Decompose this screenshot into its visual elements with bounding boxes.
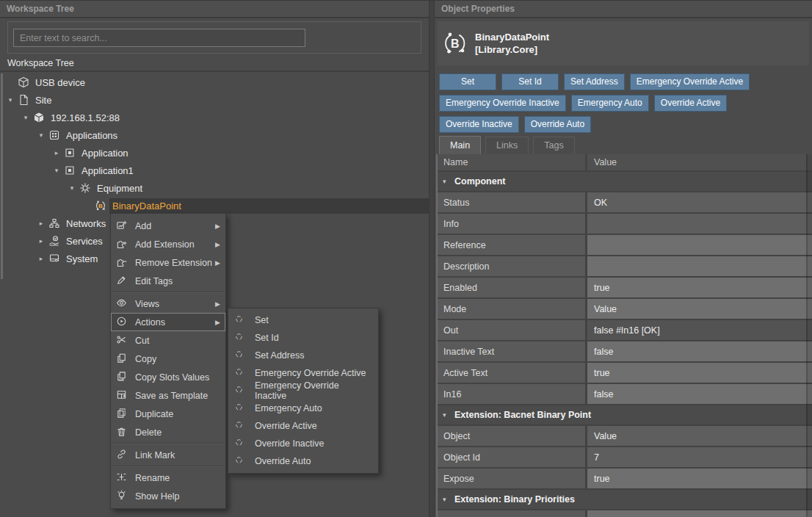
- table-row-enabled: Enabled true: [438, 278, 812, 297]
- override-inactive-button[interactable]: Override Inactive: [439, 116, 519, 133]
- menu-item-copy-slots-values[interactable]: Copy Slots Values: [111, 368, 225, 386]
- tree-item-applications[interactable]: ▾ Applications: [0, 126, 429, 144]
- tree-item-site[interactable]: ▾ Site: [0, 91, 429, 109]
- tab-main[interactable]: Main: [439, 136, 481, 155]
- expand-caret-icon[interactable]: ▸: [34, 220, 48, 227]
- action-icon: [234, 385, 255, 397]
- override-auto-button[interactable]: Override Auto: [524, 116, 591, 133]
- object-properties-panel: Object Properties BinaryDataPoint [Libra…: [435, 1, 812, 517]
- value-field[interactable]: [587, 510, 812, 517]
- column-header-name[interactable]: Name: [438, 154, 585, 170]
- submenu-item-override-auto[interactable]: Override Auto: [228, 452, 378, 470]
- section-row-binary-priorities[interactable]: ▾ Extension: Binary Priorities: [438, 490, 812, 509]
- menu-item-views[interactable]: Views▶: [111, 294, 225, 313]
- set-id-button[interactable]: Set Id: [501, 73, 559, 90]
- table-row-mode: Mode Value: [438, 299, 812, 319]
- value-field[interactable]: OK: [587, 192, 812, 212]
- submenu-arrow-icon: ▶: [215, 300, 220, 308]
- submenu-item-override-inactive[interactable]: Override Inactive: [228, 435, 378, 452]
- submenu-item-emergency-override-inactive[interactable]: Emergency Override Inactive: [228, 382, 378, 400]
- panel-divider[interactable]: [429, 1, 435, 517]
- tree-scrollbar-thumb[interactable]: [1, 73, 3, 279]
- submenu-item-emergency-override-active[interactable]: Emergency Override Active: [228, 364, 378, 382]
- table-row-info: Info: [438, 214, 812, 234]
- set-address-button[interactable]: Set Address: [564, 73, 625, 90]
- collapse-caret-icon[interactable]: ▾: [49, 167, 64, 174]
- column-header-value[interactable]: Value: [587, 154, 812, 170]
- table-row-reference: Reference: [438, 235, 812, 255]
- value-field[interactable]: [587, 235, 812, 255]
- tree-item-usb-device[interactable]: USB device: [0, 73, 429, 91]
- menu-item-rename[interactable]: Rename: [111, 469, 225, 487]
- expand-caret-icon[interactable]: ▸: [49, 149, 64, 156]
- copy-icon: [116, 352, 135, 366]
- controller-icon: [33, 112, 48, 123]
- tree-item-device-ip[interactable]: ▾ 192.168.1.52:88: [0, 109, 429, 126]
- emergency-override-active-button[interactable]: Emergency Override Active: [630, 73, 750, 90]
- value-field[interactable]: false: [587, 384, 812, 404]
- menu-item-delete[interactable]: Delete: [111, 423, 225, 441]
- value-field[interactable]: Value: [587, 299, 812, 319]
- value-field[interactable]: true: [587, 469, 812, 488]
- search-input[interactable]: [13, 29, 305, 47]
- binary-datapoint-object-icon: [443, 31, 468, 56]
- action-icon: [234, 455, 255, 467]
- submenu-item-set-address[interactable]: Set Address: [228, 347, 378, 364]
- action-icon: [234, 314, 255, 326]
- value-field[interactable]: true: [587, 278, 812, 297]
- puzzle-plus-icon: [116, 238, 135, 251]
- value-field[interactable]: false: [587, 341, 812, 361]
- menu-item-cut[interactable]: Cut: [111, 331, 225, 350]
- table-row-partial: [438, 510, 812, 517]
- menu-item-duplicate[interactable]: Duplicate: [111, 405, 225, 423]
- tree-item-application[interactable]: ▸ Application: [0, 144, 429, 162]
- expand-caret-icon[interactable]: ▸: [34, 237, 48, 245]
- menu-item-add-extension[interactable]: Add Extension▶: [111, 235, 225, 253]
- tree-item-binarydatapoint[interactable]: BinaryDataPoint: [0, 197, 429, 214]
- collapse-caret-icon[interactable]: ▾: [65, 184, 79, 192]
- value-field[interactable]: 7: [587, 447, 812, 467]
- menu-item-remove-extension[interactable]: Remove Extension▶: [111, 253, 225, 272]
- tab-links[interactable]: Links: [485, 137, 529, 155]
- override-active-button[interactable]: Override Active: [654, 95, 727, 112]
- scissors-icon: [116, 334, 135, 347]
- table-row-expose: Expose true: [438, 469, 812, 488]
- menu-item-edit-tags[interactable]: Edit Tags: [111, 272, 225, 290]
- binary-datapoint-icon: [95, 200, 109, 212]
- table-header-row: Name Value: [438, 154, 812, 170]
- collapse-caret-icon[interactable]: ▾: [34, 131, 48, 139]
- emergency-auto-button[interactable]: Emergency Auto: [571, 95, 649, 112]
- menu-item-show-help[interactable]: Show Help: [111, 487, 225, 505]
- collapse-caret-icon[interactable]: ▾: [18, 114, 33, 121]
- menu-item-copy[interactable]: Copy: [111, 350, 225, 368]
- menu-item-add[interactable]: Add▶: [111, 217, 225, 235]
- action-icon: [234, 402, 255, 414]
- tag-pencil-icon: [116, 275, 135, 288]
- menu-item-link-mark[interactable]: Link Mark: [111, 446, 225, 464]
- value-field[interactable]: [587, 214, 812, 234]
- tree-item-equipment[interactable]: ▾ Equipment: [0, 179, 429, 197]
- collapse-caret-icon[interactable]: ▾: [3, 96, 18, 104]
- value-field[interactable]: false #In16 [OK]: [587, 320, 812, 340]
- value-field[interactable]: [587, 256, 812, 276]
- value-field[interactable]: true: [587, 363, 812, 383]
- section-row-bacnet-binary-point[interactable]: ▾ Extension: Bacnet Binary Point: [438, 405, 812, 424]
- table-row-out: Out false #In16 [OK]: [438, 320, 812, 340]
- expand-caret-icon[interactable]: ▸: [34, 255, 48, 262]
- system-icon: [48, 253, 63, 264]
- submenu-item-set-id[interactable]: Set Id: [228, 329, 378, 347]
- emergency-override-inactive-button[interactable]: Emergency Override Inactive: [439, 95, 566, 112]
- tree-item-application1[interactable]: ▾ Application1: [0, 162, 429, 179]
- submenu-item-emergency-auto[interactable]: Emergency Auto: [228, 400, 378, 417]
- section-row-component[interactable]: ▾ Component: [438, 172, 812, 191]
- menu-item-actions[interactable]: Actions▶: [111, 313, 225, 331]
- submenu-item-override-active[interactable]: Override Active: [228, 417, 378, 435]
- submenu-item-set[interactable]: Set: [228, 311, 378, 329]
- tab-tags[interactable]: Tags: [533, 137, 574, 155]
- set-button[interactable]: Set: [439, 73, 496, 90]
- menu-item-save-as-template[interactable]: Save as Template: [111, 386, 225, 405]
- table-row-status: Status OK: [438, 192, 812, 212]
- add-icon: [116, 220, 135, 233]
- copy-values-icon: [116, 371, 135, 384]
- value-field[interactable]: Value: [587, 426, 812, 446]
